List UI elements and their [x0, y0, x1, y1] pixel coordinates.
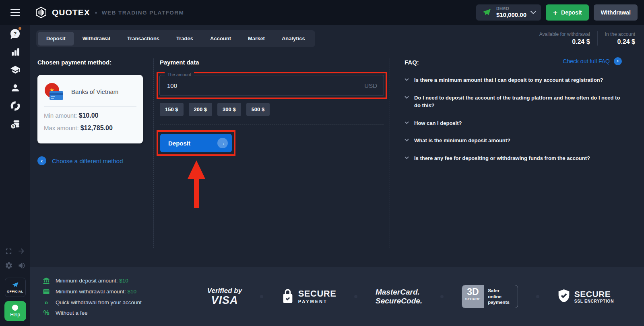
chevron-left-circle-icon: ‹ [37, 156, 46, 165]
in-account-label: In the account [605, 31, 635, 37]
info-min-withdrawal: Minimum withdrawal amount: $10 [42, 288, 172, 295]
left-sidebar: ? [0, 25, 30, 326]
section-tabbar: Deposit Withdrawal Transactions Trades A… [36, 30, 315, 47]
info-quick-withdrawal: » Quick withdrawal from your account [42, 299, 172, 306]
faq-item[interactable]: How can I deposit? [405, 120, 622, 127]
payment-method-heading: Chosen payment method: [37, 59, 143, 66]
vietnam-flag-card-icon: ★ [45, 83, 63, 100]
chevron-down-icon [405, 78, 409, 81]
page-footer: Minimum deposit amount: $10 Minimum with… [30, 267, 644, 326]
telegram-plane-icon [12, 281, 19, 289]
deposit-annotation-box: Deposit → [157, 130, 235, 156]
percent-icon: % [42, 309, 50, 316]
mastercard-securecode-badge: MasterCard. SecureCode. [376, 288, 422, 305]
max-amount-label: Max amount: [44, 125, 79, 131]
faq-item[interactable]: Is there any fee for depositing or withd… [405, 155, 622, 162]
deposit-submit-button[interactable]: Deposit → [160, 134, 232, 152]
tab-account[interactable]: Account [202, 32, 239, 46]
payment-method-card[interactable]: ★ Banks of Vietnam Min amount:$10.00 Max… [37, 75, 143, 143]
bar-chart-icon[interactable] [10, 46, 21, 57]
tab-analytics[interactable]: Analytics [273, 32, 314, 46]
bank-icon [42, 277, 50, 284]
education-icon[interactable] [10, 64, 21, 75]
brand-logo[interactable]: QUOTEX [35, 6, 90, 19]
arrow-forward-icon[interactable] [17, 247, 25, 257]
3d-secure-badge: 3D SECURE Safer online payments [462, 285, 518, 308]
credit-card-icon [50, 91, 63, 100]
quick-amount-150[interactable]: 150 $ [160, 103, 184, 116]
chevron-down-icon [405, 121, 409, 124]
header-deposit-button[interactable]: + Deposit [546, 4, 589, 21]
top-header: QUOTEX WEB TRADING PLATFORM DEMO $10,000… [0, 0, 644, 25]
volume-icon[interactable] [18, 262, 26, 271]
secure-payment-badge: SECURE PAYMENT [281, 289, 336, 304]
header-withdrawal-button[interactable]: Withdrawal [594, 4, 638, 21]
sidebar-bottom-controls: OFFICIAL Help [0, 242, 30, 321]
chevron-down-icon [405, 96, 409, 99]
svg-text:$: $ [12, 124, 14, 128]
double-chevron-icon: » [42, 299, 50, 306]
faq-item[interactable]: Do I need to deposit the account of the … [405, 94, 622, 110]
choose-different-method-link[interactable]: ‹ Choose a different method [37, 156, 143, 165]
faq-heading: FAQ: [405, 59, 419, 66]
tab-transactions[interactable]: Transactions [119, 32, 168, 46]
balance-summary: Available for withdrawal 0.24 $ In the a… [539, 31, 635, 46]
notification-dot [19, 27, 21, 30]
support-chat-icon[interactable]: ? [10, 28, 21, 39]
verified-by-visa-badge: Verified by VISA [207, 287, 242, 306]
main-content: Deposit Withdrawal Transactions Trades A… [30, 25, 644, 326]
in-account-value: 0.24 $ [605, 38, 635, 46]
badge-separator-dot [440, 295, 444, 298]
badge-separator-dot [354, 295, 357, 298]
quick-amount-500[interactable]: 500 $ [246, 103, 270, 116]
security-badges: Verified by VISA SECURE PAYMENT [177, 285, 644, 308]
quick-amount-300[interactable]: 300 $ [217, 103, 241, 116]
faq-item[interactable]: Is there a minimum amount that I can dep… [405, 77, 622, 84]
currency-label: USD [364, 82, 377, 89]
chevron-right-circle-icon: › [614, 57, 622, 65]
faq-item[interactable]: What is the minimum deposit amount? [405, 137, 622, 145]
account-type-label: DEMO [496, 6, 526, 11]
tab-withdrawal[interactable]: Withdrawal [74, 32, 119, 46]
amount-input[interactable] [166, 82, 364, 89]
quick-amounts: 150 $ 200 $ 300 $ 500 $ [160, 103, 387, 116]
faq-list: Is there a minimum amount that I can dep… [405, 77, 622, 162]
help-button[interactable]: Help [4, 301, 26, 321]
payment-method-panel: Chosen payment method: ★ Banks of Vietna… [37, 56, 143, 165]
faq-panel: FAQ: Check out full FAQ › Is there a min… [405, 56, 622, 162]
official-telegram-badge[interactable]: OFFICIAL [5, 278, 26, 297]
hamburger-menu-icon[interactable] [0, 9, 30, 16]
full-faq-link[interactable]: Check out full FAQ › [563, 57, 622, 65]
account-switcher[interactable]: DEMO $10,000.00 [476, 4, 541, 21]
max-amount-value: $12,785.00 [80, 125, 113, 131]
arrow-right-circle-icon: → [217, 138, 228, 148]
app-root: QUOTEX WEB TRADING PLATFORM DEMO $10,000… [0, 0, 644, 326]
platform-subtitle: WEB TRADING PLATFORM [102, 10, 184, 16]
account-balance: $10,000.00 [496, 11, 526, 19]
coins-icon[interactable]: $ [10, 119, 21, 129]
settings-gear-icon[interactable] [5, 262, 13, 271]
card-divider [44, 106, 136, 107]
shield-check-icon [557, 289, 570, 304]
info-min-deposit: Minimum deposit amount: $10 [42, 277, 172, 284]
chevron-down-icon [405, 139, 409, 141]
donut-chart-icon[interactable] [10, 101, 21, 111]
amount-field[interactable]: The amount USD [159, 75, 384, 96]
fullscreen-icon[interactable] [5, 247, 12, 257]
payment-data-heading: Payment data [160, 59, 387, 66]
tab-trades[interactable]: Trades [168, 32, 202, 46]
quick-amount-200[interactable]: 200 $ [189, 103, 213, 116]
tab-market[interactable]: Market [239, 32, 273, 46]
chevron-down-icon [530, 8, 536, 14]
footer-info-list: Minimum deposit amount: $10 Minimum with… [42, 277, 172, 316]
min-amount-label: Min amount: [44, 112, 77, 119]
payment-method-name: Banks of Vietnam [71, 88, 118, 95]
quotex-logo-icon [35, 6, 47, 19]
profile-icon[interactable] [10, 83, 21, 93]
tab-deposit[interactable]: Deposit [38, 32, 74, 46]
column-divider [390, 58, 390, 248]
payment-data-panel: Payment data The amount USD 150 $ 200 $ … [157, 56, 387, 156]
ssl-secure-badge: SECURE SSL ENCRYPTION [557, 289, 614, 304]
lock-icon [281, 289, 294, 304]
section-divider [160, 125, 384, 125]
